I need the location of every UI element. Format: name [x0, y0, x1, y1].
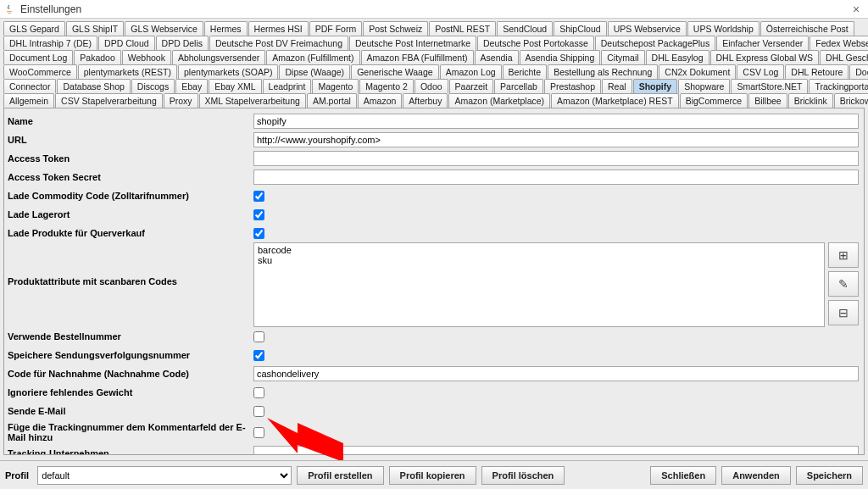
url-input[interactable]: [253, 132, 859, 147]
tab-citymail[interactable]: Citymail: [601, 50, 644, 64]
tab-dhl-retoure[interactable]: DHL Retoure: [785, 64, 849, 79]
tab-proxy[interactable]: Proxy: [164, 93, 198, 108]
tracking-company-input[interactable]: [253, 446, 859, 455]
tab-abholungsversender[interactable]: Abholungsversender: [172, 50, 265, 64]
sende-email-checkbox[interactable]: [253, 406, 264, 417]
tab-pdf-form[interactable]: PDF Form: [309, 21, 362, 36]
tab-shipcloud[interactable]: ShipCloud: [554, 21, 606, 36]
tab-generische-waage[interactable]: Generische Waage: [351, 64, 439, 79]
tab-discogs[interactable]: Discogs: [131, 79, 175, 93]
close-icon[interactable]: ×: [848, 3, 865, 16]
tab-gls-webservice[interactable]: GLS Webservice: [125, 21, 203, 36]
tab-amazon-fba-fulfillment-[interactable]: Amazon FBA (Fulfillment): [361, 50, 474, 64]
tab-brickowl[interactable]: Brickowl: [834, 93, 868, 108]
bestellnummer-checkbox[interactable]: [253, 331, 264, 342]
tab-prestashop[interactable]: Prestashop: [544, 79, 601, 93]
tab-dhl-express-global-ws[interactable]: DHL Express Global WS: [710, 50, 820, 64]
tab-bricklink[interactable]: Bricklink: [788, 93, 833, 108]
scan-textarea[interactable]: barcode sku: [253, 242, 825, 327]
tab-trackingportal[interactable]: Trackingportal: [809, 79, 868, 93]
tab-gls-gepard[interactable]: GLS Gepard: [3, 21, 65, 36]
tab-afterbuy[interactable]: Afterbuy: [403, 93, 448, 108]
tab-csv-log[interactable]: CSV Log: [737, 64, 784, 79]
gewicht-checkbox[interactable]: [253, 387, 264, 398]
profil-create-button[interactable]: Profil erstellen: [297, 466, 383, 485]
tab-deutschepost-packageplus[interactable]: Deutschepost PackagePlus: [595, 36, 715, 50]
name-input[interactable]: [253, 114, 859, 129]
tab-woocommerce[interactable]: WooCommerce: [3, 64, 77, 79]
tab-deutsche-post-internetmarke[interactable]: Deutsche Post Internetmarke: [349, 36, 476, 50]
tab-bigcommerce[interactable]: BigCommerce: [680, 93, 748, 108]
profil-delete-button[interactable]: Profil löschen: [481, 466, 565, 485]
tab-dipse-waage-[interactable]: Dipse (Waage): [279, 64, 350, 79]
scan-add-button[interactable]: ⊞: [828, 242, 859, 268]
tab-cn2x-dokument[interactable]: CN2x Dokument: [659, 64, 736, 79]
tab-magento[interactable]: Magento: [312, 79, 359, 93]
tracking-email-checkbox[interactable]: [253, 427, 264, 438]
tab-billbee[interactable]: Billbee: [748, 93, 787, 108]
tab-ebay-xml[interactable]: Ebay XML: [209, 79, 261, 93]
tab-pakadoo[interactable]: Pakadoo: [74, 50, 120, 64]
tab-amazon[interactable]: Amazon: [358, 93, 403, 108]
tab-plentymarkets-rest-[interactable]: plentymarkets (REST): [78, 64, 177, 79]
tab-bestellung-als-rechnung[interactable]: Bestellung als Rechnung: [548, 64, 658, 79]
tab-am-portal[interactable]: AM.portal: [307, 93, 357, 108]
tab-parcellab[interactable]: Parcellab: [494, 79, 543, 93]
access-token-input[interactable]: [253, 151, 859, 166]
tab-csv-stapelverarbeitung[interactable]: CSV Stapelverarbeitung: [55, 93, 163, 108]
tab--sterreichische-post[interactable]: Österreichische Post: [760, 21, 854, 36]
scan-remove-button[interactable]: ⊟: [828, 300, 859, 325]
tab-ups-webservice[interactable]: UPS Webservice: [608, 21, 687, 36]
tab-postnl-rest[interactable]: PostNL REST: [429, 21, 496, 36]
tab-smartstore-net[interactable]: SmartStore.NET: [731, 79, 808, 93]
profil-copy-button[interactable]: Profil kopieren: [389, 466, 476, 485]
tab-dpd-cloud[interactable]: DPD Cloud: [98, 36, 155, 50]
tab-plentymarkets-soap-[interactable]: plentymarkets (SOAP): [178, 64, 278, 79]
apply-button[interactable]: Anwenden: [721, 466, 791, 485]
tab-connector[interactable]: Connector: [3, 79, 56, 93]
tab-hermes[interactable]: Hermes: [204, 21, 248, 36]
tab-document-downloader[interactable]: Document Downloader: [849, 64, 868, 79]
tab-deutsche-post-dv-freimachung[interactable]: Deutsche Post DV Freimachung: [209, 36, 348, 50]
tab-paarzeit[interactable]: Paarzeit: [449, 79, 494, 93]
tab-asendia[interactable]: Asendia: [475, 50, 519, 64]
tab-document-log[interactable]: Document Log: [3, 50, 73, 64]
tab-ebay[interactable]: Ebay: [175, 79, 208, 93]
tab-dhl-intraship-7-de-[interactable]: DHL Intraship 7 (DE): [3, 36, 97, 50]
tab-magento-2[interactable]: Magento 2: [359, 79, 414, 93]
tab-real[interactable]: Real: [602, 79, 632, 93]
tab-fedex-webservice[interactable]: Fedex Webservice: [810, 36, 868, 50]
tab-amazon-marketplace-rest[interactable]: Amazon (Marketplace) REST: [551, 93, 679, 108]
tab-odoo[interactable]: Odoo: [415, 79, 448, 93]
tab-amazon-log[interactable]: Amazon Log: [440, 64, 502, 79]
tab-dhl-easylog[interactable]: DHL Easylog: [646, 50, 709, 64]
tab-allgemein[interactable]: Allgemein: [3, 93, 54, 108]
access-token-secret-input[interactable]: [253, 169, 859, 185]
tab-post-schweiz[interactable]: Post Schweiz: [363, 21, 428, 36]
scan-edit-button[interactable]: ✎: [828, 271, 859, 297]
querverkauf-checkbox[interactable]: [253, 228, 264, 239]
close-button[interactable]: Schließen: [650, 466, 716, 485]
sendungsverfolgung-checkbox[interactable]: [253, 350, 264, 361]
tab-shopify[interactable]: Shopify: [633, 79, 678, 93]
lagerort-checkbox[interactable]: [253, 209, 264, 220]
commodity-checkbox[interactable]: [253, 191, 264, 202]
tab-amazon-fulfillment-[interactable]: Amazon (Fulfillment): [266, 50, 359, 64]
tab-berichte[interactable]: Berichte: [503, 64, 548, 79]
tab-dpd-delis[interactable]: DPD Delis: [156, 36, 209, 50]
tab-asendia-shipping[interactable]: Asendia Shipping: [520, 50, 601, 64]
tab-xml-stapelverarbeitung[interactable]: XML Stapelverarbeitung: [199, 93, 306, 108]
tab-webhook[interactable]: Webhook: [122, 50, 171, 64]
tab-hermes-hsi[interactable]: Hermes HSI: [248, 21, 309, 36]
profil-select[interactable]: default: [37, 466, 292, 485]
tab-amazon-marketplace-[interactable]: Amazon (Marketplace): [448, 93, 550, 108]
tab-deutsche-post-portokasse[interactable]: Deutsche Post Portokasse: [477, 36, 594, 50]
tab-leadprint[interactable]: Leadprint: [263, 79, 312, 93]
cod-input[interactable]: [253, 366, 859, 381]
tab-gls-shipit[interactable]: GLS ShipIT: [66, 21, 124, 36]
tab-shopware[interactable]: Shopware: [678, 79, 730, 93]
tab-sendcloud[interactable]: SendCloud: [497, 21, 553, 36]
tab-dhl-gesch-ftskundenversand[interactable]: DHL Geschäftskundenversand: [820, 50, 868, 64]
tab-einfacher-versender[interactable]: Einfacher Versender: [716, 36, 809, 50]
tab-database-shop[interactable]: Database Shop: [57, 79, 130, 93]
